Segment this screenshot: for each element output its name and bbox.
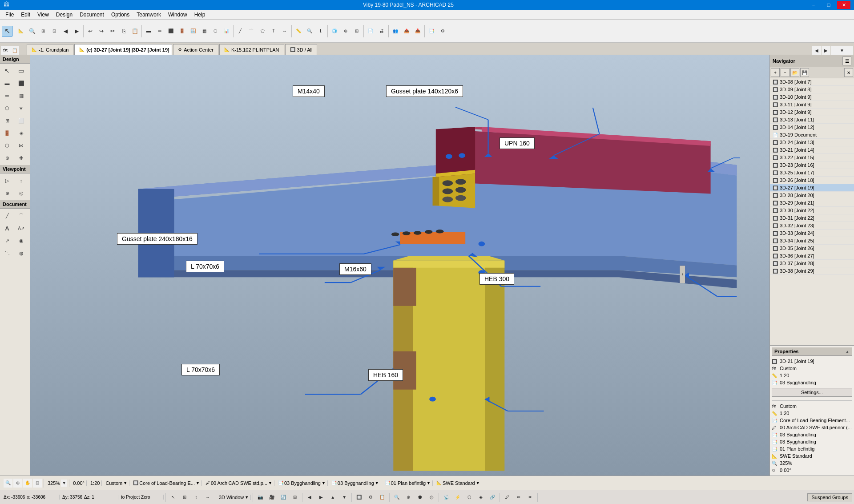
rp-item-3d36[interactable]: 🔲 3D-36 [Joint 27] <box>770 252 854 260</box>
section-button[interactable]: ⊕ <box>340 26 351 36</box>
bt-tool2-button[interactable]: ⊞ <box>179 492 190 503</box>
zoom-in-button[interactable]: 🔍 <box>27 26 37 36</box>
menu-window[interactable]: Window <box>165 11 191 19</box>
beam-tool-button[interactable]: ═ <box>154 26 165 36</box>
object-tool[interactable]: ⬜ <box>15 114 28 127</box>
add-view-button[interactable]: + <box>771 68 780 77</box>
column-tool-button[interactable]: ⬛ <box>165 26 176 36</box>
settings-button[interactable]: Settings... <box>772 388 852 397</box>
copy-button[interactable]: ⎘ <box>118 26 129 36</box>
slab-tool[interactable]: ▦ <box>15 89 28 102</box>
menu-document[interactable]: Document <box>76 11 108 19</box>
menu-edit[interactable]: Edit <box>17 11 34 19</box>
rp-item-3d34[interactable]: 🔲 3D-34 [Joint 25] <box>770 237 854 245</box>
document-section-title[interactable]: Document <box>0 200 30 209</box>
menu-view[interactable]: View <box>34 11 52 19</box>
bt-move4-button[interactable]: ▼ <box>339 492 350 503</box>
prev-view-button[interactable]: ◀ <box>60 26 71 36</box>
bt-misc1-button[interactable]: 🔲 <box>354 492 364 503</box>
bt-cam4-button[interactable]: ⊞ <box>290 492 300 503</box>
tab-3d-all[interactable]: 🔲 3D / All <box>285 44 318 55</box>
bt-misc14-button[interactable]: ✏ <box>513 492 524 503</box>
viewport[interactable]: www.nairisorgsyon.com <box>30 55 769 476</box>
bt-move1-button[interactable]: ◀ <box>304 492 315 503</box>
bt-3dwindow-dropdown[interactable]: 3D Window ▼ <box>217 495 251 500</box>
dim-tool-button[interactable]: ↔ <box>279 26 290 36</box>
teamwork-button[interactable]: 👥 <box>390 26 401 36</box>
camera-tool[interactable]: ◎ <box>15 187 28 199</box>
stair-tool-button[interactable]: 📊 <box>221 26 232 36</box>
fit-button[interactable]: ⊡ <box>49 26 60 36</box>
grundplan-button[interactable]: 📐 <box>16 26 26 36</box>
detail-tool[interactable]: ⋱ <box>1 247 13 259</box>
text-tool[interactable]: A <box>1 222 13 234</box>
rp-item-3d21[interactable]: 🔲 3D-21 [Joint 14] <box>770 146 854 154</box>
bt-cam3-button[interactable]: 🔄 <box>278 492 289 503</box>
receive-button[interactable]: 📥 <box>412 26 423 36</box>
select-tool[interactable]: ↖ <box>1 65 13 77</box>
sb-layer-dropdown[interactable]: 🔲 Core of Load-Bearing E... ▼ <box>131 480 202 486</box>
bt-misc3-button[interactable]: 📋 <box>377 492 387 503</box>
rp-item-3d32[interactable]: 🔲 3D-32 [Joint 23] <box>770 222 854 230</box>
publish-button[interactable]: 📄 <box>365 26 376 36</box>
rp-item-3d13[interactable]: 🔲 3D-13 [Joint 11] <box>770 116 854 124</box>
railing-tool[interactable]: ⊚ <box>1 152 13 164</box>
morph-tool[interactable]: ⊞ <box>1 114 13 127</box>
tab-scroll-left[interactable]: ◀ <box>812 46 821 55</box>
zoom-out-button[interactable]: ⊞ <box>38 26 48 36</box>
tab-scroll-right[interactable]: ▶ <box>822 46 830 55</box>
redo-button[interactable]: ↪ <box>96 26 107 36</box>
delete-view-button[interactable]: − <box>781 68 790 77</box>
properties-collapse-button[interactable]: ▲ <box>845 349 850 354</box>
bt-misc2-button[interactable]: ⚙ <box>365 492 376 503</box>
3d-view-button[interactable]: 🧊 <box>329 26 340 36</box>
rp-item-3d14[interactable]: 🔲 3D-14 [Joint 12] <box>770 124 854 131</box>
bt-misc8-button[interactable]: 📡 <box>441 492 451 503</box>
sb-layer4-dropdown[interactable]: 📑 01 Plan befintlig ▼ <box>383 480 433 486</box>
door-tool[interactable]: 🚪 <box>1 127 13 139</box>
paste-button[interactable]: 📋 <box>129 26 140 36</box>
rp-item-3d24[interactable]: 🔲 3D-24 [Joint 13] <box>770 139 854 146</box>
wall-tool-button[interactable]: ▬ <box>143 26 154 36</box>
wall-tool[interactable]: ▬ <box>1 77 13 89</box>
tab-3d-joint19[interactable]: 📐 (c) 3D-27 [Joint 19] |3D-27 [Joint 19]… <box>74 44 172 55</box>
rp-item-3d31[interactable]: 🔲 3D-31 [Joint 22] <box>770 214 854 222</box>
bt-misc11-button[interactable]: ◈ <box>475 492 486 503</box>
find-button[interactable]: 🔍 <box>304 26 315 36</box>
roof-tool-button[interactable]: ⬡ <box>210 26 221 36</box>
undo-button[interactable]: ↩ <box>85 26 96 36</box>
select-tool-button[interactable]: ↖ <box>2 26 12 36</box>
layer-button[interactable]: 📑 <box>426 26 437 36</box>
sb-layer2-dropdown[interactable]: 📑 03 Bygghandling ▼ <box>276 480 328 486</box>
tab-close-button[interactable]: ✕ <box>172 47 173 52</box>
rp-item-3d27[interactable]: 🔲 3D-27 [Joint 19] <box>770 184 854 192</box>
send-button[interactable]: 📤 <box>401 26 412 36</box>
zoom-out-status-button[interactable]: 🔍 <box>4 479 12 488</box>
menu-design[interactable]: Design <box>52 11 76 19</box>
bt-tool1-button[interactable]: ↖ <box>168 492 178 503</box>
sb-std-dropdown[interactable]: 📐 SWE Standard ▼ <box>435 480 482 486</box>
menu-teamwork[interactable]: Teamwork <box>133 11 165 19</box>
rp-item-3d38[interactable]: 🔲 3D-38 [Joint 29] <box>770 267 854 275</box>
rp-item-3d26[interactable]: 🔲 3D-26 [Joint 18] <box>770 177 854 184</box>
save-view-button[interactable]: 💾 <box>800 68 809 77</box>
bt-move3-button[interactable]: ▲ <box>327 492 338 503</box>
roof-tool[interactable]: ⬡ <box>1 102 13 114</box>
rp-item-3d22[interactable]: 🔲 3D-22 [Joint 15] <box>770 154 854 161</box>
design-section-title[interactable]: Design <box>0 55 30 64</box>
bt-misc15-button[interactable]: ✒ <box>525 492 536 503</box>
bt-misc9-button[interactable]: ⚡ <box>452 492 463 503</box>
bt-tool4-button[interactable]: → <box>202 492 213 503</box>
bt-misc10-button[interactable]: ⬡ <box>464 492 475 503</box>
shell-tool[interactable]: ⛛ <box>15 102 28 114</box>
rp-item-3d19[interactable]: 📄 3D-19 Document <box>770 131 854 139</box>
elevation-tool[interactable]: ⊕ <box>1 187 13 199</box>
window-tool[interactable]: ◈ <box>15 127 28 139</box>
rp-item-3d28[interactable]: 🔲 3D-28 [Joint 20] <box>770 192 854 199</box>
open-view-button[interactable]: 📂 <box>790 68 799 77</box>
rp-item-3d10[interactable]: 🔲 3D-10 [Joint 9] <box>770 93 854 101</box>
sb-penset-dropdown[interactable]: 🖊 00 ArchiCAD SWE std.p... ▼ <box>204 480 274 486</box>
door-tool-button[interactable]: 🚪 <box>177 26 187 36</box>
line-tool-button[interactable]: ╱ <box>235 26 246 36</box>
dim-tool[interactable]: ↗ <box>1 234 13 247</box>
